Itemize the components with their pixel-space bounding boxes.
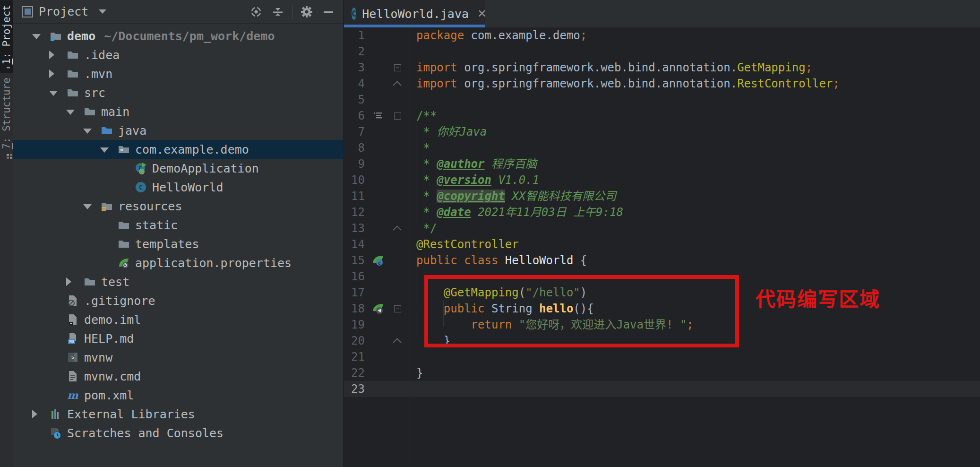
fold-column (391, 27, 410, 43)
fold-column (391, 92, 410, 108)
chevron-expanded-icon[interactable] (66, 110, 75, 115)
tree-item-label: test (101, 275, 129, 289)
tree-item-label: .gitignore (84, 294, 155, 308)
tree-item-resources[interactable]: resources (13, 197, 343, 216)
tree-item-src[interactable]: src (13, 83, 343, 102)
doc-lines-icon[interactable] (365, 108, 391, 124)
line-number: 3 (344, 60, 365, 76)
code-line-2[interactable]: 2 (344, 43, 980, 60)
chevron-collapsed-icon[interactable] (32, 410, 37, 418)
spring-config-icon (117, 256, 130, 269)
line-number: 18 (344, 301, 365, 317)
fold-collapse-icon[interactable] (394, 64, 401, 71)
code-line-8[interactable]: 8 * (344, 140, 980, 156)
folder-root-icon (49, 29, 62, 43)
tree-item-application-properties[interactable]: application.properties (13, 253, 343, 272)
code-line-1[interactable]: 1package com.example.demo; (344, 27, 980, 43)
collapse-all-icon[interactable] (270, 4, 286, 20)
chevron-collapsed-icon[interactable] (66, 277, 71, 286)
annotation-red-label: 代码编写区域 (756, 283, 880, 312)
tree-item-scratches-and-consoles[interactable]: Scratches and Consoles (13, 424, 343, 442)
fold-collapse-icon[interactable] (394, 112, 401, 120)
tree-item-label: java (118, 124, 146, 138)
code-line-5[interactable]: 5 (344, 92, 980, 108)
code-line-21[interactable]: 21 (344, 349, 980, 365)
fold-end-icon[interactable] (393, 225, 401, 234)
tree-item-mvnw-cmd[interactable]: mvnw.cmd (13, 367, 343, 386)
tree-item-test[interactable]: test (13, 272, 343, 291)
fold-range-line (416, 71, 416, 80)
code-line-11[interactable]: 11 * @copyright XX智能科技有限公司 (344, 188, 980, 204)
code-line-14[interactable]: 14@RestController (344, 236, 980, 252)
line-number: 16 (344, 268, 365, 285)
boot-class-icon: C (134, 162, 147, 175)
tree-item-label: Scratches and Consoles (67, 426, 224, 440)
code-line-3[interactable]: 3import org.springframework.web.bind.ann… (344, 60, 980, 76)
tool-window-button-structure[interactable]: 7: Structure (0, 73, 13, 158)
folder-icon (66, 48, 79, 61)
tree-item--mvn[interactable]: .mvn (13, 64, 343, 83)
fold-collapse-icon[interactable] (394, 305, 401, 312)
tree-item-mvnw[interactable]: >mvnw (13, 348, 343, 367)
chevron-collapsed-icon[interactable] (49, 51, 54, 59)
tree-item-java[interactable]: java (13, 121, 343, 140)
tree-item-demoapplication[interactable]: CDemoApplication (13, 159, 343, 178)
project-view-selector[interactable]: Project (22, 5, 106, 18)
code-line-22[interactable]: 22} (344, 365, 980, 381)
code-line-9[interactable]: 9 * @author 程序百脑 (344, 156, 980, 172)
code-line-15[interactable]: 15cpublic class HelloWorld { (344, 252, 980, 268)
fold-column (391, 156, 410, 172)
ext-lib-icon (49, 407, 62, 421)
tree-item-demo[interactable]: demo~/Documents/pm_work/demo (13, 26, 343, 45)
code-line-7[interactable]: 7 * 你好Java (344, 124, 980, 140)
chevron-expanded-icon[interactable] (83, 204, 92, 209)
settings-gear-icon[interactable] (299, 4, 315, 20)
code-line-23[interactable]: 23 (344, 381, 980, 397)
code-text (410, 43, 416, 60)
code-line-13[interactable]: 13 */ (344, 220, 980, 236)
line-number: 17 (344, 285, 365, 301)
code-text (410, 349, 416, 365)
tree-item-templates[interactable]: templates (13, 234, 343, 253)
tree-item-helloworld[interactable]: CHelloWorld (13, 178, 343, 197)
chevron-expanded-icon[interactable] (100, 147, 109, 153)
tree-item-label: demo~/Documents/pm_work/demo (67, 29, 275, 43)
line-number: 11 (344, 188, 365, 204)
locate-icon[interactable] (248, 4, 264, 20)
chevron-collapsed-icon[interactable] (49, 69, 54, 78)
tree-item-external-libraries[interactable]: External Libraries (13, 405, 343, 424)
code-text: /** (410, 108, 437, 124)
tree-item-demo-iml[interactable]: demo.iml (13, 310, 343, 329)
tool-window-button-project[interactable]: 1: Project (0, 0, 13, 73)
project-view-label: Project (39, 5, 88, 18)
fold-end-icon[interactable] (393, 81, 401, 89)
tree-item-help-md[interactable]: MDHELP.md (13, 329, 343, 348)
code-line-6[interactable]: 6/** (344, 108, 980, 124)
tree-item--idea[interactable]: .idea (13, 45, 343, 64)
chevron-expanded-icon[interactable] (83, 129, 92, 134)
code-line-10[interactable]: 10 * @version V1.0.1 (344, 172, 980, 188)
hide-panel-icon[interactable] (320, 4, 336, 20)
gutter-icon-slot (365, 140, 391, 156)
svg-text:m: m (67, 389, 78, 401)
tree-item--gitignore[interactable]: .gitignore (13, 291, 343, 310)
code-line-4[interactable]: 4import org.springframework.web.bind.ann… (344, 76, 980, 92)
tree-item-static[interactable]: static (13, 216, 343, 234)
line-number: 9 (344, 156, 365, 172)
close-icon[interactable]: ✕ (477, 7, 487, 20)
tree-item-pom-xml[interactable]: mpom.xml (13, 386, 343, 405)
code-editor[interactable]: 1package com.example.demo;23import org.s… (344, 27, 980, 467)
tree-item-main[interactable]: main (13, 102, 343, 121)
fold-end-icon[interactable] (393, 338, 401, 346)
tab-helloworld-java[interactable]: C HelloWorld.java ✕ (344, 0, 485, 27)
gutter-icon-slot (365, 60, 391, 76)
fold-column (391, 124, 410, 140)
chevron-expanded-icon[interactable] (49, 91, 58, 96)
spring-bean-icon[interactable]: c (365, 252, 391, 268)
tree-item-label: HelloWorld (152, 181, 224, 194)
folder-resources-icon (100, 199, 113, 213)
chevron-expanded-icon[interactable] (32, 34, 41, 39)
spring-mapping-icon[interactable] (365, 301, 391, 317)
tree-item-com-example-demo[interactable]: com.example.demo (13, 140, 343, 159)
code-line-12[interactable]: 12 * @date 2021年11月03日 上午9:18 (344, 204, 980, 220)
